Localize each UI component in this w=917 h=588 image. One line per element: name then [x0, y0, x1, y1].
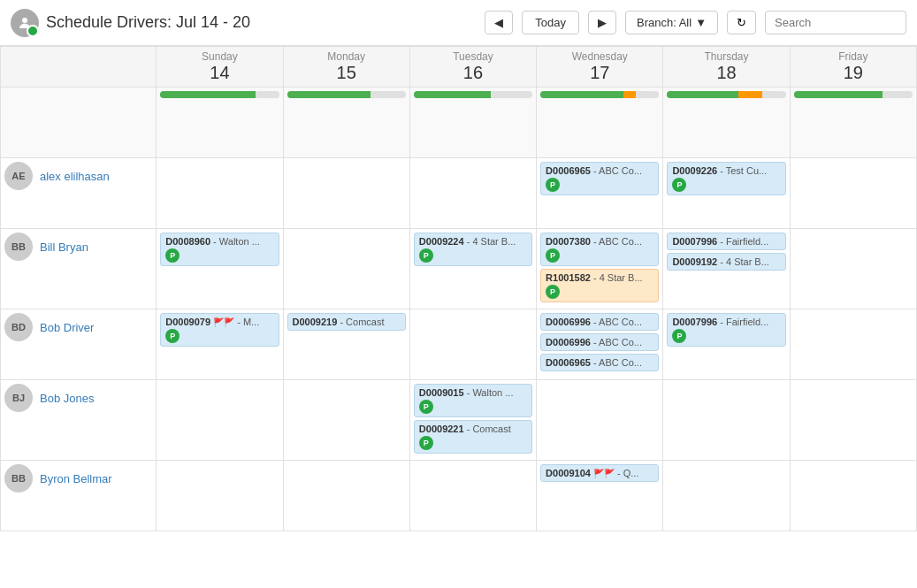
p-badge: P	[419, 436, 433, 450]
job-card[interactable]: D0009226 - Test Cu... P	[667, 162, 785, 195]
day-cell	[790, 309, 916, 380]
day-cell: D0009226 - Test Cu... P	[663, 158, 790, 229]
day-cell	[157, 158, 283, 229]
today-button[interactable]: Today	[522, 11, 579, 34]
driver-name[interactable]: Bob Jones	[40, 392, 94, 405]
header: Schedule Drivers: Jul 14 - 20 ◀ Today ▶ …	[0, 0, 917, 46]
job-id-line: D0009219 - Comcast	[293, 317, 401, 327]
progress-tuesday	[409, 88, 536, 158]
table-row: BJ Bob Jones D0009015 - Walton ... P D00…	[1, 380, 917, 461]
job-id: D0006965	[546, 357, 591, 368]
day-cell	[283, 380, 409, 461]
day-cell	[663, 461, 790, 531]
job-id: D0007996	[672, 236, 717, 247]
table-row: BB Bill Bryan D0008960 - Walton ... P D0…	[1, 229, 917, 309]
day-header-tuesday: Tuesday 16	[409, 47, 536, 88]
day-cell	[409, 309, 536, 380]
job-card[interactable]: D0009104 🚩🚩 - Q...	[540, 464, 659, 482]
avatar: BD	[4, 313, 33, 341]
job-card[interactable]: D0007380 - ABC Co... P	[540, 233, 659, 266]
driver-info: BB Bill Bryan	[4, 233, 152, 261]
driver-column-header	[1, 47, 157, 88]
day-cell: D0007380 - ABC Co... P R1001582 - 4 Star…	[537, 229, 663, 309]
job-card[interactable]: D0007996 - Fairfield...	[667, 233, 785, 250]
job-company: - ABC Co...	[593, 357, 642, 368]
day-cell: D0006996 - ABC Co... D0006996 - ABC Co..…	[537, 309, 663, 380]
p-badge: P	[546, 248, 560, 263]
job-id: D0009221	[419, 424, 464, 434]
p-badge: P	[419, 248, 433, 263]
job-id-line: D0006996 - ABC Co...	[546, 317, 653, 327]
next-button[interactable]: ▶	[588, 11, 616, 34]
job-id-line: D0007380 - ABC Co...	[546, 236, 653, 247]
table-row: BD Bob Driver D0009079 🚩🚩 - M... P D0009…	[1, 309, 917, 380]
user-avatar-icon	[11, 9, 39, 37]
job-company: - ABC Co...	[593, 317, 642, 327]
job-company: - Walton ...	[467, 387, 514, 398]
job-id: D0008960	[165, 236, 210, 247]
driver-name[interactable]: Bob Driver	[40, 321, 94, 334]
progress-monday	[283, 88, 409, 158]
job-card[interactable]: D0009224 - 4 Star B... P	[414, 233, 532, 266]
job-company: - ABC Co...	[593, 236, 642, 247]
job-id-line: D0007996 - Fairfield...	[672, 317, 780, 327]
p-badge: P	[672, 329, 686, 343]
day-cell: D0007996 - Fairfield... D0009192 - 4 Sta…	[663, 229, 790, 309]
progress-empty	[1, 88, 157, 158]
job-id-line: D0009079 🚩🚩 - M...	[165, 317, 273, 327]
job-id: D0009219	[293, 317, 338, 327]
job-card[interactable]: D0006965 - ABC Co...	[540, 354, 659, 371]
driver-name[interactable]: Bill Bryan	[40, 241, 88, 254]
job-id-line: D0009224 - 4 Star B...	[419, 236, 527, 247]
day-cell: D0009015 - Walton ... P D0009221 - Comca…	[409, 380, 536, 461]
job-company: - Test Cu...	[720, 165, 767, 176]
job-id-line: D0006965 - ABC Co...	[546, 357, 653, 368]
day-cell: D0009219 - Comcast	[283, 309, 409, 380]
job-card[interactable]: D0009219 - Comcast	[287, 313, 406, 331]
table-row: BB Byron Bellmar D0009104 🚩🚩 - Q...	[1, 461, 917, 531]
job-card[interactable]: R1001582 - 4 Star B... P	[540, 269, 659, 302]
branch-button[interactable]: Branch: All ▼	[625, 11, 718, 34]
job-id-line: D0006996 - ABC Co...	[546, 337, 653, 347]
day-cell: D0008960 - Walton ... P	[157, 229, 283, 309]
job-card[interactable]: D0009192 - 4 Star B...	[667, 253, 785, 271]
job-id: D0009015	[419, 387, 464, 398]
calendar-wrapper: Sunday 14 Monday 15 Tuesday 16 Wednesday…	[0, 46, 917, 588]
prev-button[interactable]: ◀	[485, 11, 513, 34]
job-company: - Fairfield...	[720, 317, 768, 327]
job-card[interactable]: D0006965 - ABC Co... P	[540, 162, 659, 195]
driver-info: BD Bob Driver	[4, 313, 152, 341]
job-id-line: D0008960 - Walton ...	[165, 236, 273, 247]
day-cell	[283, 461, 409, 531]
chevron-down-icon: ▼	[695, 16, 707, 29]
day-cell	[790, 158, 916, 229]
job-id-line: D0009015 - Walton ...	[419, 387, 527, 398]
day-cell: D0006965 - ABC Co... P	[537, 158, 663, 229]
day-cell	[537, 380, 663, 461]
job-card[interactable]: D0008960 - Walton ... P	[160, 233, 279, 266]
job-card[interactable]: D0009221 - Comcast P	[414, 420, 532, 454]
avatar: BB	[4, 233, 33, 261]
p-badge: P	[672, 178, 686, 192]
job-card[interactable]: D0006996 - ABC Co...	[540, 313, 659, 331]
refresh-button[interactable]: ↻	[727, 11, 756, 34]
search-input[interactable]	[765, 11, 906, 34]
job-card[interactable]: D0009079 🚩🚩 - M... P	[160, 313, 279, 347]
driver-name[interactable]: alex elilhasan	[40, 170, 110, 183]
progress-thursday	[663, 88, 790, 158]
driver-name[interactable]: Byron Bellmar	[40, 472, 112, 485]
job-company: - 4 Star B...	[720, 256, 769, 267]
day-header-wednesday: Wednesday 17	[537, 47, 663, 88]
job-id: D0009079	[165, 317, 210, 327]
p-badge: P	[419, 400, 433, 414]
progress-sunday	[157, 88, 283, 158]
day-header-sunday: Sunday 14	[157, 47, 283, 88]
job-card[interactable]: D0006996 - ABC Co...	[540, 333, 659, 351]
day-cell	[409, 158, 536, 229]
p-badge: P	[165, 329, 180, 343]
day-cell: D0009224 - 4 Star B... P	[409, 229, 536, 309]
day-cell	[790, 461, 916, 531]
job-card[interactable]: D0009015 - Walton ... P	[414, 384, 532, 417]
avatar: BB	[4, 464, 33, 493]
job-card[interactable]: D0007996 - Fairfield... P	[667, 313, 785, 347]
